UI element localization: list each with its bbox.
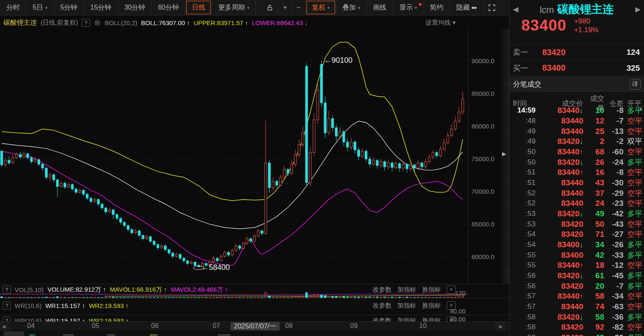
boll-lower-value: LOWER:68642.43 ↓ bbox=[252, 19, 308, 26]
ticks-scroll-up-icon[interactable]: ▲ bbox=[639, 106, 643, 111]
axis-divider bbox=[468, 29, 469, 321]
ticks-section-bar: 分笔成交 详 bbox=[510, 77, 644, 92]
chart-tools: +−复权▾叠加▾画线显示▾简约隐藏▶▶ bbox=[262, 0, 500, 15]
zoom-in-button[interactable]: + bbox=[278, 0, 292, 15]
zoom-out-button[interactable]: − bbox=[292, 0, 305, 15]
help-icon[interactable]: ? bbox=[3, 302, 11, 310]
period-tab-6[interactable]: 60分钟 bbox=[152, 0, 185, 15]
scroll-left-button[interactable]: « bbox=[0, 322, 9, 331]
wr-scale-label: 80.00 bbox=[450, 308, 466, 315]
add-indicator-button[interactable]: 加指标 bbox=[397, 317, 416, 322]
boll-value: BOLL:76307.00 ↑ bbox=[141, 19, 190, 26]
hide-button[interactable]: 隐藏▶▶ bbox=[450, 0, 484, 15]
chevron-down-icon: ▾ bbox=[358, 5, 360, 10]
ask-price: 83420 bbox=[542, 48, 592, 57]
adjust-button[interactable]: 复权▾ bbox=[306, 0, 336, 15]
price-axis-label: 60000.0 bbox=[471, 253, 505, 260]
price-axis-label: 90000.0 bbox=[471, 57, 505, 64]
switch-indicator-button[interactable]: 换指标 bbox=[422, 317, 441, 322]
help-icon[interactable]: ? bbox=[3, 317, 11, 322]
wr-indicator-label: WR(10,6) bbox=[15, 302, 41, 309]
price-axis-label: 85000.0 bbox=[471, 90, 505, 97]
simple-mode-button[interactable]: 简约 bbox=[424, 0, 450, 15]
period-tab-4[interactable]: 15分钟 bbox=[84, 0, 118, 15]
ma-settings-dropdown[interactable]: 设置均线 ▾ bbox=[425, 19, 456, 27]
bid-label: 买一 bbox=[513, 63, 542, 73]
price-annotation: ←58400 bbox=[201, 263, 230, 272]
down-arrow-icon: ↓ bbox=[580, 158, 583, 167]
period-tab-5[interactable]: 30分钟 bbox=[118, 0, 152, 15]
period-tab-3[interactable]: 5分钟 bbox=[54, 0, 84, 15]
tick-row: :488344012-7空平 bbox=[511, 116, 642, 126]
chevron-down-icon: ▾ bbox=[415, 5, 417, 10]
time-axis-label: 07 bbox=[213, 322, 220, 330]
wr-scale-label: 80.00 bbox=[450, 315, 466, 321]
period-tab-8[interactable]: 更多周期▾ bbox=[212, 0, 256, 15]
change-params-button[interactable]: 改参数 bbox=[373, 317, 392, 322]
up-arrow-icon: ↑ bbox=[580, 261, 583, 269]
switch-indicator-button[interactable]: 换指标 bbox=[422, 302, 441, 310]
tick-row: :5483400↓34-26多平 bbox=[511, 240, 642, 250]
time-axis-label: 10 bbox=[419, 322, 427, 330]
period-tab-7[interactable]: 日线 bbox=[185, 0, 212, 15]
contract-name: 碳酸锂主连 bbox=[557, 3, 614, 15]
display-button[interactable]: 显示▾ bbox=[393, 0, 424, 15]
contract-title: lcm碳酸锂主连 bbox=[510, 2, 644, 17]
splitter-grip-bottom: ⋮⋮⋮ bbox=[503, 271, 507, 275]
tick-row: :558340042-33多平 bbox=[511, 250, 642, 260]
ask-label: 卖一 bbox=[513, 47, 542, 57]
tick-row: :548342071-27空平 bbox=[511, 229, 642, 240]
boll-mid-line bbox=[2, 121, 463, 229]
bid-price: 83400 bbox=[542, 63, 592, 73]
down-arrow-icon: ↓ bbox=[580, 272, 583, 280]
boll-lower-line bbox=[2, 151, 463, 265]
trading-app-window: 分时5日▾5分钟15分钟30分钟60分钟日线更多周期▾+−复权▾叠加▾画线显示▾… bbox=[0, 0, 644, 336]
scroll-right-button[interactable]: » bbox=[495, 322, 506, 331]
current-date-label: 2025/07/07/一 bbox=[231, 322, 280, 331]
change-params-button[interactable]: 改参数 bbox=[373, 302, 392, 310]
notification-dot bbox=[419, 3, 422, 6]
tick-row: :5883420↓58-36多平 bbox=[511, 312, 642, 322]
help-icon[interactable]: ? bbox=[82, 19, 90, 27]
lock-icon[interactable] bbox=[262, 0, 278, 15]
tick-row: :5083440↑68-60空平 bbox=[511, 147, 642, 157]
chart-mode-label: (日线,前复权) bbox=[41, 19, 78, 27]
change-percent: +1.19% bbox=[574, 26, 598, 34]
time-axis-label: 08 bbox=[285, 322, 293, 330]
wr-pane: ? WR(10,6) WR1:15.157 ↑ WR2:19.593 ↑ 改参数… bbox=[0, 298, 509, 315]
boll-upper-line bbox=[2, 42, 463, 201]
wr-indicator-label: WR(10,6) bbox=[15, 317, 41, 322]
splitter-grip-top: ⋮⋮⋮ bbox=[503, 83, 507, 87]
period-tab-2[interactable]: 5日▾ bbox=[26, 0, 54, 15]
gear-icon[interactable] bbox=[94, 19, 101, 26]
contract-code: lcm bbox=[540, 5, 554, 15]
bid-volume: 325 bbox=[592, 64, 640, 73]
up-arrow-icon: ↑ bbox=[580, 292, 583, 300]
quote-panel: ◀ ▶ lcm碳酸锂主连 83400 +980 +1.19% 卖一 83420 … bbox=[509, 0, 644, 336]
ticks-list[interactable]: 14:5983440↓10-8多平:488344012-7空平:49834402… bbox=[510, 105, 644, 336]
fullscreen-icon[interactable] bbox=[484, 0, 500, 15]
wr2-value: WR2:19.593 ↑ bbox=[89, 317, 129, 322]
add-indicator-button[interactable]: 加指标 bbox=[397, 302, 416, 310]
time-axis-label: 09 bbox=[350, 322, 358, 330]
tick-row: :588342092-82空平 bbox=[511, 322, 642, 333]
down-arrow-icon: ↓ bbox=[580, 313, 583, 321]
chart-plot-svg[interactable]: ←90100←58400 bbox=[0, 29, 468, 284]
ticks-detail-button[interactable]: 详 bbox=[630, 80, 641, 90]
candlestick-chart[interactable]: ←90100←58400 bbox=[0, 29, 509, 284]
time-axis-label: 05 bbox=[92, 322, 99, 330]
up-arrow-icon: ↑ bbox=[580, 148, 583, 156]
indicator-header: 碳酸锂主连 (日线,前复权) ? BOLL(20,2) BOLL:76307.0… bbox=[0, 16, 509, 29]
overlay-button[interactable]: 叠加▾ bbox=[336, 0, 367, 15]
clipped-bottom-bar bbox=[0, 331, 509, 336]
wr1-value: WR1:15.157 ↑ bbox=[45, 302, 85, 309]
draw-line-button[interactable]: 画线 bbox=[367, 0, 393, 15]
ticks-title: 分笔成交 bbox=[513, 80, 541, 89]
tick-row: :528344024-23空平 bbox=[511, 198, 642, 209]
tick-row: :518344043-30空平 bbox=[511, 178, 642, 188]
tick-row: :5783440↑58-34空平 bbox=[511, 291, 642, 302]
ticks-column-headers: 时间 成交价 成交量 仓差 开平 bbox=[510, 94, 644, 105]
period-tab-1[interactable]: 分时 bbox=[0, 0, 26, 15]
tick-row: :5383420↓49-42多平 bbox=[511, 209, 642, 219]
time-axis: « » 040506072025/07/07/一080910 bbox=[0, 321, 509, 331]
